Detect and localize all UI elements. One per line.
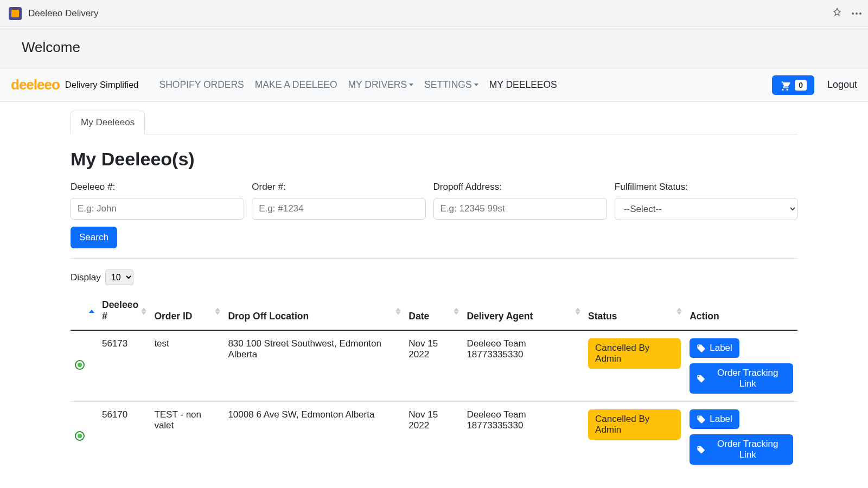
sort-icon xyxy=(575,308,580,315)
cell-status: Cancelled By Admin xyxy=(584,330,685,402)
chevron-down-icon xyxy=(474,84,478,86)
cell-action: Label Order Tracking Link xyxy=(685,330,797,402)
nav-my-deeleeos[interactable]: MY DEELEEOS xyxy=(484,75,563,95)
tag-icon xyxy=(697,415,706,424)
dropoff-input[interactable] xyxy=(433,198,607,220)
tracking-link-button[interactable]: Order Tracking Link xyxy=(690,434,793,465)
nav-make-deeleeo[interactable]: MAKE A DEELEEO xyxy=(250,75,343,95)
brand-tagline: Delivery Simplified xyxy=(65,80,139,90)
order-num-input[interactable] xyxy=(252,198,425,220)
col-date[interactable]: Date xyxy=(404,293,462,330)
col-status[interactable]: Status xyxy=(584,293,685,330)
order-num-label: Order #: xyxy=(252,182,425,192)
col-expand[interactable] xyxy=(71,293,98,330)
more-icon[interactable] xyxy=(852,12,861,15)
cell-agent: Deeleeo Team 18773335330 xyxy=(462,402,584,473)
logout-link[interactable]: Logout xyxy=(827,79,857,91)
col-action: Action xyxy=(685,293,797,330)
tabs: My Deeleeos xyxy=(71,102,797,134)
deeleeo-num-input[interactable] xyxy=(71,198,244,220)
sort-icon xyxy=(676,308,682,315)
label-button[interactable]: Label xyxy=(690,338,739,358)
table-row: 56170 TEST - non valet 10008 6 Ave SW, E… xyxy=(71,402,797,473)
cell-deeleeo-num: 56170 xyxy=(98,402,150,473)
sort-icon xyxy=(454,308,459,315)
cell-agent: Deeleeo Team 18773335330 xyxy=(462,330,584,402)
browser-header: Deeleeo Delivery xyxy=(0,0,868,27)
tag-icon xyxy=(697,445,705,454)
dropoff-label: Dropoff Address: xyxy=(433,182,607,192)
tracking-link-button[interactable]: Order Tracking Link xyxy=(690,363,793,394)
cell-status: Cancelled By Admin xyxy=(584,402,685,473)
status-select[interactable]: --Select-- xyxy=(615,198,797,220)
filter-row: Deeleeo #: Order #: Dropoff Address: Ful… xyxy=(71,182,797,220)
col-order-id[interactable]: Order ID xyxy=(150,293,224,330)
welcome-heading: Welcome xyxy=(0,27,868,68)
deeleeos-table: Deeleeo # Order ID Drop Off Location Dat… xyxy=(71,293,797,472)
sort-icon xyxy=(141,308,146,315)
display-row: Display 10 xyxy=(71,269,797,285)
col-agent[interactable]: Delivery Agent xyxy=(462,293,584,330)
display-select[interactable]: 10 xyxy=(105,269,133,285)
nav-my-drivers[interactable]: MY DRIVERS xyxy=(343,75,419,95)
divider xyxy=(71,258,797,259)
tag-icon xyxy=(697,344,706,353)
tag-icon xyxy=(697,374,705,383)
status-label: Fulfillment Status: xyxy=(615,182,797,192)
cell-order-id: test xyxy=(150,330,224,402)
expand-icon[interactable] xyxy=(75,431,85,441)
brand-logo: deeleeo xyxy=(11,76,60,93)
cart-count: 0 xyxy=(795,80,807,91)
status-badge: Cancelled By Admin xyxy=(588,338,681,369)
nav-shopify-orders[interactable]: SHOPIFY ORDERS xyxy=(154,75,250,95)
status-badge: Cancelled By Admin xyxy=(588,409,681,440)
cell-date: Nov 15 2022 xyxy=(404,402,462,473)
nav-settings-label: SETTINGS xyxy=(424,79,472,91)
cell-drop-off: 830 100 Street Southwest, Edmonton Alber… xyxy=(224,330,404,402)
nav-my-drivers-label: MY DRIVERS xyxy=(348,79,407,91)
cell-order-id: TEST - non valet xyxy=(150,402,224,473)
app-title: Deeleeo Delivery xyxy=(28,8,98,19)
page-title: My Deeleeo(s) xyxy=(71,149,797,170)
sort-icon xyxy=(89,310,94,313)
search-button[interactable]: Search xyxy=(71,227,117,248)
sort-icon xyxy=(215,308,220,315)
nav-settings[interactable]: SETTINGS xyxy=(419,75,484,95)
cell-deeleeo-num: 56173 xyxy=(98,330,150,402)
chevron-down-icon xyxy=(409,84,413,86)
display-label: Display xyxy=(71,272,101,283)
cell-drop-off: 10008 6 Ave SW, Edmonton Alberta xyxy=(224,402,404,473)
deeleeo-num-label: Deeleeo #: xyxy=(71,182,244,192)
main-nav: deeleeo Delivery Simplified SHOPIFY ORDE… xyxy=(0,68,868,102)
label-button[interactable]: Label xyxy=(690,409,739,429)
pin-icon[interactable] xyxy=(832,8,842,20)
sort-icon xyxy=(395,308,401,315)
col-drop-off[interactable]: Drop Off Location xyxy=(224,293,404,330)
expand-icon[interactable] xyxy=(75,360,85,370)
table-row: 56173 test 830 100 Street Southwest, Edm… xyxy=(71,330,797,402)
cell-action: Label Order Tracking Link xyxy=(685,402,797,473)
col-deeleeo-num[interactable]: Deeleeo # xyxy=(98,293,150,330)
cart-icon xyxy=(780,80,790,91)
tab-my-deeleeos[interactable]: My Deeleeos xyxy=(71,111,145,134)
app-icon xyxy=(9,7,22,20)
cell-date: Nov 15 2022 xyxy=(404,330,462,402)
cart-button[interactable]: 0 xyxy=(772,75,814,95)
